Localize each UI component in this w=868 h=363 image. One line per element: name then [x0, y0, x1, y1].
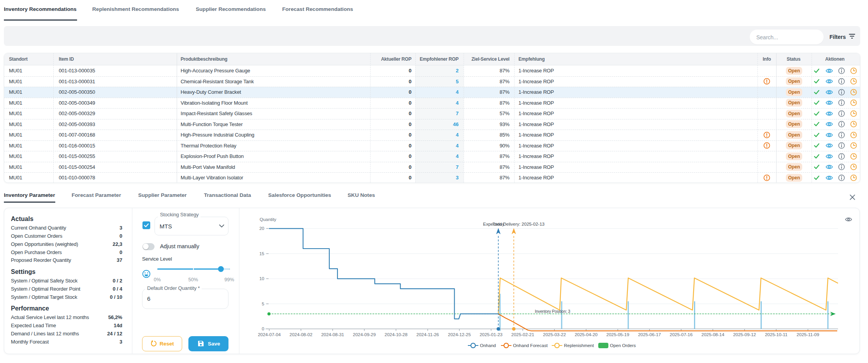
svg-text:2025-02-21: 2025-02-21 [511, 332, 534, 337]
svg-text:Onhand Forecast: Onhand Forecast [513, 343, 548, 348]
svg-text:2025-11-09: 2025-11-09 [797, 332, 819, 337]
svg-text:2025-07-16: 2025-07-16 [670, 332, 693, 337]
svg-text:10: 10 [259, 276, 264, 281]
svg-text:2024-08-02: 2024-08-02 [290, 332, 313, 337]
svg-text:2025-06-17: 2025-06-17 [638, 332, 661, 337]
svg-text:2025-05-19: 2025-05-19 [606, 332, 629, 337]
svg-text:2025-10-11: 2025-10-11 [765, 332, 787, 337]
svg-text:2024-12-25: 2024-12-25 [448, 332, 471, 337]
svg-text:2024-08-31: 2024-08-31 [321, 332, 344, 337]
svg-text:Open Orders: Open Orders [610, 343, 636, 348]
svg-text:2024-10-28: 2024-10-28 [385, 332, 408, 337]
svg-text:2024-09-29: 2024-09-29 [353, 332, 376, 337]
svg-text:5: 5 [262, 302, 264, 306]
svg-text:15: 15 [259, 251, 264, 256]
svg-text:Onhand: Onhand [480, 343, 496, 348]
svg-text:2025-01-23: 2025-01-23 [480, 332, 503, 337]
svg-text:Quantity: Quantity [260, 217, 276, 222]
svg-text:2025-09-12: 2025-09-12 [733, 332, 756, 337]
svg-text:2024-11-26: 2024-11-26 [416, 332, 439, 337]
svg-text:2025-08-14: 2025-08-14 [701, 332, 724, 337]
svg-text:2024-07-04: 2024-07-04 [258, 332, 281, 337]
svg-text:2025-04-20: 2025-04-20 [575, 332, 597, 337]
svg-text:2025-03-22: 2025-03-22 [543, 332, 566, 337]
svg-text:Expected Delivery: 2025-02-13: Expected Delivery: 2025-02-13 [483, 222, 545, 226]
svg-text:Inventory Position: 3: Inventory Position: 3 [535, 309, 570, 314]
svg-text:20: 20 [259, 226, 264, 231]
svg-text:0: 0 [262, 326, 264, 331]
svg-text:Replenishment: Replenishment [564, 343, 594, 348]
